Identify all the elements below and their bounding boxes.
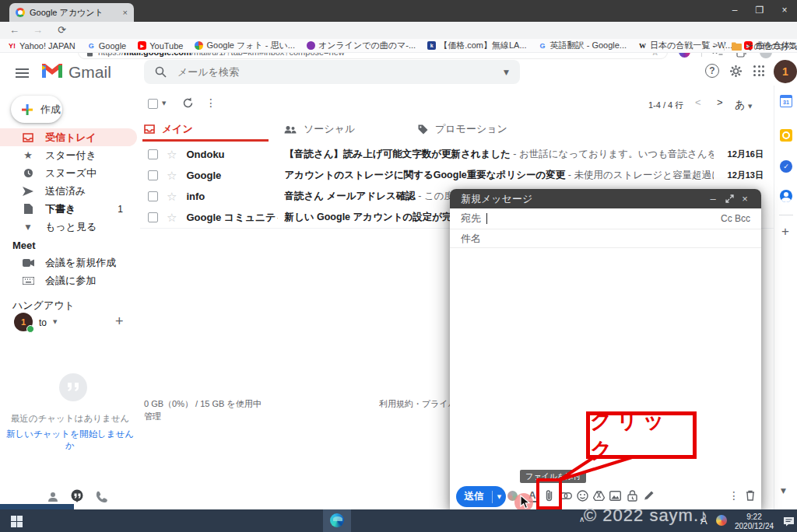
insert-drive-icon[interactable]	[592, 488, 606, 502]
input-tools-button[interactable]: あ ▼	[735, 98, 752, 112]
sidebar-item-drafts[interactable]: 下書き 1	[0, 200, 137, 218]
browser-tab[interactable]: Google アカウント ×	[9, 3, 134, 22]
sidebar-item-inbox[interactable]: 受信トレイ	[0, 128, 137, 146]
tray-color-icon[interactable]	[716, 515, 727, 526]
insert-emoji-icon[interactable]	[575, 488, 589, 502]
hangouts-user[interactable]: to	[39, 317, 47, 328]
google-apps-grid-icon[interactable]	[753, 65, 764, 76]
calendar-icon[interactable]: 31	[780, 95, 792, 107]
gmail-search-input[interactable]	[176, 65, 494, 79]
compose-to-field[interactable]: 宛先 Cc Bcc	[450, 208, 761, 229]
maximize-icon[interactable]: ❐	[747, 2, 772, 19]
compose-button[interactable]: 作成	[11, 96, 62, 123]
send-options-caret-icon[interactable]: ▼	[493, 494, 506, 500]
bookmark-item[interactable]: W 日本の合戦一覧 - W...	[638, 40, 732, 51]
account-avatar[interactable]: 1	[774, 60, 797, 83]
close-icon[interactable]: ×	[772, 2, 797, 19]
select-caret-icon[interactable]: ▼	[162, 100, 166, 107]
tasks-icon[interactable]: ✓	[780, 160, 792, 173]
other-favorites-button[interactable]: その他のお気に入り	[732, 40, 797, 52]
new-hangout-plus-icon[interactable]: +	[115, 313, 124, 330]
newer-page-icon[interactable]: >	[717, 96, 723, 108]
row-checkbox[interactable]	[148, 212, 158, 222]
compose-expand-icon[interactable]	[725, 194, 734, 203]
bookmark-item[interactable]: k 【価格.com】無線LA...	[427, 40, 526, 51]
tab-social[interactable]: ソーシャル	[284, 117, 355, 142]
sidebar-item-join-meeting[interactable]: 会議に参加	[0, 271, 137, 289]
forward-icon[interactable]: →	[33, 24, 43, 36]
keep-icon[interactable]	[780, 129, 792, 142]
chat-start-link[interactable]: 新しいチャットを開始しませんか	[4, 429, 136, 452]
social-tab-icon	[284, 125, 297, 134]
menu-hamburger-icon[interactable]	[16, 66, 29, 80]
caret-down-icon[interactable]: ▼	[53, 319, 57, 325]
sidebar-item-sent[interactable]: 送信済み	[0, 182, 137, 200]
refresh-icon[interactable]: ⟳	[58, 24, 66, 36]
bookmark-item[interactable]: オンラインでの曲のマ-...	[307, 40, 416, 51]
email-row[interactable]: ☆ Google アカウントのストレージに関するGoogle重要なポリシーの変更…	[140, 165, 774, 187]
start-button[interactable]	[11, 516, 23, 527]
compose-subject-field[interactable]: 件名	[450, 229, 761, 248]
row-star-icon[interactable]: ☆	[167, 211, 177, 225]
clock-icon	[22, 168, 34, 178]
email-row[interactable]: ☆ Ondoku 【音読さん】読み上げ可能文字数が更新されました - お世話にな…	[140, 144, 774, 166]
keyboard-icon	[22, 277, 34, 285]
bookmarks-bar: Y! Yahoo! JAPAN G Google ▶ YouTube Googl…	[0, 39, 797, 53]
gmail-logo-text: Gmail	[68, 63, 111, 82]
help-icon[interactable]: ?	[705, 64, 719, 78]
phone-tab-icon[interactable]	[95, 491, 107, 503]
tab-primary-underline	[142, 139, 269, 142]
row-checkbox[interactable]	[148, 191, 158, 201]
row-checkbox[interactable]	[148, 170, 158, 180]
minimize-icon[interactable]: –	[722, 2, 747, 19]
pagination-label: 1-4 / 4 行	[648, 100, 683, 111]
gmail-search-bar[interactable]: ▼	[144, 60, 520, 84]
scroll-chevron-icon[interactable]: ▼	[781, 487, 786, 495]
hangouts-section-title[interactable]: ハングアウト	[12, 299, 75, 313]
settings-gear-icon[interactable]	[729, 65, 743, 78]
bookmark-item[interactable]: Y! Yahoo! JAPAN	[8, 41, 75, 51]
bookmark-item[interactable]: G Google	[87, 41, 126, 51]
confidential-mode-icon[interactable]	[625, 488, 639, 502]
more-kebab-icon[interactable]: ⋮	[205, 96, 216, 109]
contacts-tab-icon[interactable]	[47, 491, 59, 503]
row-star-icon[interactable]: ☆	[167, 190, 177, 204]
older-page-icon[interactable]: <	[695, 96, 701, 108]
tab-close-icon[interactable]: ×	[123, 8, 128, 17]
insert-signature-icon[interactable]	[642, 488, 656, 502]
back-icon[interactable]: ←	[9, 24, 19, 36]
sidebar-item-more[interactable]: ▼ もっと見る	[0, 218, 137, 236]
discard-draft-trash-icon[interactable]	[743, 488, 757, 502]
compose-minimize-icon[interactable]: –	[706, 193, 720, 205]
contacts-icon[interactable]	[780, 190, 792, 202]
row-checkbox[interactable]	[148, 149, 158, 159]
search-options-caret-icon[interactable]: ▼	[504, 68, 509, 76]
bookmarks-overflow-icon[interactable]: >	[713, 40, 718, 50]
select-all-checkbox[interactable]	[148, 99, 158, 109]
bookmark-item[interactable]: ▶ YouTube	[138, 41, 183, 51]
edge-taskbar-active[interactable]	[323, 509, 351, 532]
compose-close-icon[interactable]: ×	[739, 193, 750, 205]
refresh-icon[interactable]	[182, 97, 194, 109]
more-options-kebab-icon[interactable]: ⋮	[727, 488, 741, 502]
row-star-icon[interactable]: ☆	[167, 169, 177, 183]
hangouts-tab-icon[interactable]	[70, 489, 84, 503]
annotation-callout: クリック	[586, 411, 697, 459]
tab-promotions[interactable]: プロモーション	[418, 117, 507, 142]
bookmark-item[interactable]: G 英語翻訳 - Google...	[539, 40, 627, 51]
sidebar-item-snoozed[interactable]: スヌーズ中	[0, 164, 137, 182]
tab-primary[interactable]: メイン	[144, 117, 193, 142]
sidebar-item-new-meeting[interactable]: 会議を新規作成	[0, 254, 137, 271]
bookmark-item[interactable]: Google フォト - 思い...	[195, 40, 295, 51]
insert-photo-icon[interactable]	[608, 488, 622, 502]
sidebar-item-starred[interactable]: ★ スター付き	[0, 146, 137, 164]
action-center-icon[interactable]	[780, 513, 797, 530]
promotions-tab-icon	[418, 124, 428, 135]
taskbar-clock[interactable]: 9:22 2020/12/24	[730, 513, 778, 531]
compose-header[interactable]: 新規メッセージ – ×	[450, 189, 761, 208]
cc-bcc-toggle[interactable]: Cc Bcc	[721, 213, 750, 224]
add-addon-plus-icon[interactable]: +	[781, 224, 789, 240]
row-star-icon[interactable]: ☆	[167, 148, 177, 162]
send-button[interactable]: 送信 ▼	[456, 486, 506, 507]
storage-manage-link[interactable]: 管理	[144, 411, 161, 422]
